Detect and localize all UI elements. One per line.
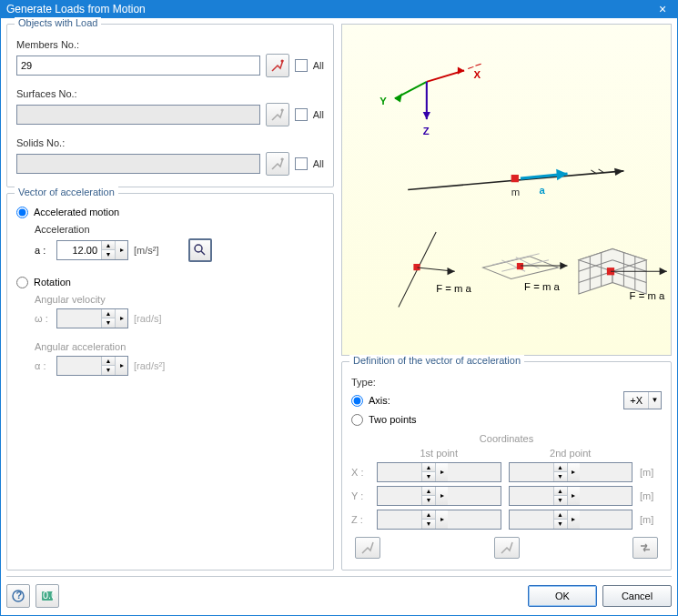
svg-point-1 — [280, 108, 283, 111]
spin-pick-icon: ▸ — [115, 309, 127, 328]
radio-axis-input[interactable] — [351, 395, 363, 407]
coord-x1-spinner: ▲▼▸ — [377, 462, 501, 482]
first-point-header: 1st point — [377, 448, 501, 459]
spin-pick-icon[interactable]: ▸ — [115, 241, 127, 259]
radio-two-points-input[interactable] — [351, 414, 363, 426]
angular-velocity-unit: [rad/s] — [134, 313, 162, 324]
pick-surfaces-button[interactable] — [266, 103, 289, 126]
svg-text:Y: Y — [379, 96, 387, 106]
spin-down-icon[interactable]: ▼ — [102, 250, 115, 259]
axis-dropdown[interactable]: +X ▼ — [623, 391, 662, 409]
acceleration-library-button[interactable] — [188, 238, 212, 262]
radio-accel-motion[interactable]: Accelerated motion — [16, 207, 324, 218]
solids-all-checkbox[interactable] — [295, 157, 308, 170]
swap-points-button[interactable] — [632, 537, 658, 559]
svg-point-0 — [280, 59, 283, 62]
group-definition-title: Definition of the vector of acceleration — [349, 355, 524, 366]
spin-up-icon[interactable]: ▲ — [102, 241, 115, 250]
help-button[interactable]: ? — [6, 584, 30, 608]
dialog-window: Generate Loads from Motion × Objects wit… — [0, 0, 678, 616]
cancel-button[interactable]: Cancel — [602, 585, 672, 607]
left-column: Objects with Load Members No.: All Surfa… — [6, 24, 334, 571]
coord-y2-input — [510, 487, 553, 505]
coord-y-label: Y : — [351, 490, 369, 501]
members-all-label: All — [313, 60, 324, 71]
group-vector: Vector of acceleration Accelerated motio… — [6, 193, 334, 571]
members-input[interactable] — [16, 56, 260, 76]
radio-rotation[interactable]: Rotation — [16, 277, 324, 288]
pick-point2-button[interactable] — [494, 537, 520, 559]
acceleration-unit: [m/s²] — [134, 245, 159, 256]
coordinates-grid: 1st point 2nd point X : ▲▼▸ ▲▼▸ [m] Y : … — [351, 448, 662, 530]
coord-z1-input — [378, 510, 421, 529]
coord-z-unit: [m] — [640, 514, 662, 525]
svg-text:Z: Z — [423, 126, 430, 136]
radio-two-points-label: Two points — [369, 414, 417, 425]
window-title: Generate Loads from Motion — [6, 3, 653, 15]
surfaces-all-checkbox[interactable] — [295, 108, 308, 121]
angular-accel-label: Angular acceleration — [35, 341, 324, 352]
surfaces-label: Surfaces No.: — [16, 88, 324, 99]
solids-all-label: All — [313, 158, 324, 169]
dialog-footer: ? 0.00 OK Cancel — [6, 576, 672, 610]
coord-y-unit: [m] — [640, 490, 662, 501]
acceleration-label: Acceleration — [35, 224, 324, 235]
surfaces-all-label: All — [313, 109, 324, 120]
preview-illustration: X Y Z m — [342, 25, 671, 355]
angular-velocity-spinner: ▲▼ ▸ — [56, 308, 128, 328]
acceleration-spinner[interactable]: ▲▼ ▸ — [56, 240, 128, 260]
angular-velocity-input — [57, 309, 101, 328]
radio-accel-motion-input[interactable] — [16, 207, 28, 218]
svg-text:F = m a: F = m a — [524, 281, 560, 292]
swap-icon — [638, 540, 653, 555]
right-column: X Y Z m — [341, 24, 672, 571]
spin-pick-icon: ▸ — [115, 357, 127, 375]
solids-label: Solids No.: — [16, 137, 324, 148]
svg-marker-17 — [614, 168, 623, 176]
coordinates-label: Coordinates — [351, 433, 662, 444]
spin-up-icon: ▲ — [102, 309, 115, 318]
radio-rotation-label: Rotation — [34, 277, 71, 288]
ok-button[interactable]: OK — [528, 585, 597, 607]
radio-axis-label: Axis: — [369, 395, 390, 406]
radio-rotation-input[interactable] — [16, 277, 28, 288]
svg-line-4 — [201, 251, 205, 255]
solids-input[interactable] — [16, 154, 260, 174]
svg-marker-37 — [560, 262, 567, 269]
radio-axis[interactable]: Axis: — [351, 395, 390, 407]
group-vector-title: Vector of acceleration — [15, 187, 118, 197]
surfaces-input[interactable] — [16, 105, 260, 125]
spin-down-icon: ▼ — [102, 366, 115, 375]
svg-point-2 — [280, 157, 283, 160]
units-icon: 0.00 — [40, 589, 55, 603]
members-all-checkbox[interactable] — [295, 59, 308, 72]
svg-marker-28 — [448, 268, 455, 275]
pick-solids-button[interactable] — [266, 152, 289, 176]
svg-rect-18 — [511, 175, 519, 182]
second-point-header: 2nd point — [509, 448, 633, 459]
coord-x1-input — [378, 463, 421, 481]
angular-velocity-label: Angular velocity — [35, 294, 324, 305]
svg-rect-26 — [413, 264, 420, 270]
acceleration-input[interactable] — [57, 241, 101, 259]
close-icon[interactable]: × — [653, 2, 672, 16]
radio-two-points[interactable]: Two points — [351, 414, 662, 426]
spin-down-icon: ▼ — [102, 318, 115, 328]
svg-text:X: X — [473, 69, 481, 80]
group-definition: Definition of the vector of acceleration… — [341, 361, 672, 571]
coord-z-label: Z : — [351, 514, 369, 525]
svg-line-31 — [492, 254, 540, 265]
svg-marker-21 — [556, 169, 567, 180]
coord-y1-input — [378, 487, 421, 505]
coord-x2-spinner: ▲▼▸ — [509, 462, 633, 482]
picker-icon — [270, 107, 285, 122]
angular-accel-input — [57, 357, 101, 375]
picker-icon — [360, 540, 375, 555]
pick-point1-button[interactable] — [355, 537, 380, 559]
angular-accel-unit: [rad/s²] — [134, 360, 165, 371]
preview-panel: X Y Z m — [341, 24, 672, 356]
a-prefix: a : — [35, 245, 51, 256]
pick-members-button[interactable] — [266, 54, 289, 77]
units-button[interactable]: 0.00 — [35, 584, 59, 608]
svg-marker-6 — [458, 66, 464, 74]
